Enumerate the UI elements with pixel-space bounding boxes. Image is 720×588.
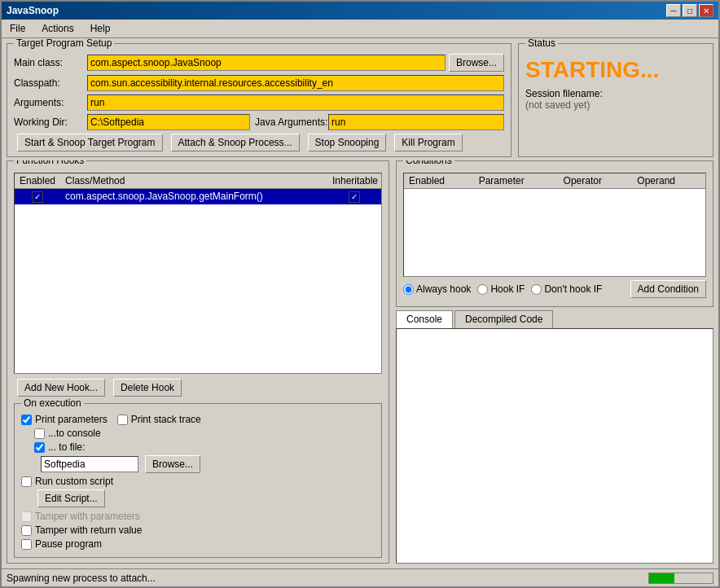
dont-hook-if-radio[interactable] bbox=[531, 284, 542, 295]
run-custom-label: Run custom script bbox=[35, 476, 113, 487]
progress-fill bbox=[649, 573, 674, 583]
window-title: JavaSnoop bbox=[7, 5, 59, 16]
hook-class-method-cell: com.aspect.snoop.JavaSnoop.getMainForm() bbox=[60, 189, 327, 204]
classpath-input[interactable] bbox=[87, 75, 504, 91]
conditions-section: Conditions Enabled Parameter Operator Op… bbox=[396, 160, 713, 307]
arguments-label: Arguments: bbox=[14, 97, 87, 108]
close-button[interactable]: ✕ bbox=[699, 4, 713, 17]
tamper-return-row: Tamper with return value bbox=[21, 524, 375, 536]
main-content: Target Program Setup Main class: Browse.… bbox=[2, 38, 718, 568]
always-hook-radio-row: Always hook bbox=[403, 283, 471, 295]
file-input-row: Browse... bbox=[41, 455, 375, 473]
hook-enabled-cell: ✓ bbox=[15, 189, 60, 204]
dont-hook-if-label: Don't hook IF bbox=[544, 283, 602, 295]
cond-col-parameter: Parameter bbox=[474, 173, 559, 189]
main-class-browse-button[interactable]: Browse... bbox=[449, 54, 504, 72]
status-starting-text: STARTING... bbox=[525, 57, 706, 83]
to-file-row: ... to file: bbox=[34, 441, 375, 453]
java-args-input[interactable] bbox=[328, 114, 504, 130]
progress-area bbox=[648, 573, 713, 584]
function-hooks-title: Function Hooks bbox=[14, 160, 86, 166]
console-tabs: Console Decompiled Code bbox=[396, 310, 713, 328]
tamper-params-label: Tamper with parameters bbox=[35, 511, 140, 522]
tab-console[interactable]: Console bbox=[396, 310, 453, 328]
on-execution-section: On execution Print parameters Print stac… bbox=[14, 403, 382, 558]
conditions-table: Enabled Parameter Operator Operand bbox=[404, 173, 705, 189]
console-area bbox=[396, 328, 713, 564]
tamper-return-label: Tamper with return value bbox=[35, 524, 142, 536]
hook-if-radio-row: Hook IF bbox=[477, 283, 525, 295]
status-bar: Spawning new process to attach... bbox=[2, 568, 718, 586]
tamper-return-checkbox[interactable] bbox=[21, 525, 32, 536]
cond-col-operand: Operand bbox=[632, 173, 705, 189]
hook-inheritable-checkbox[interactable]: ✓ bbox=[349, 191, 360, 203]
status-section: Status STARTING... Session filename: (no… bbox=[518, 43, 713, 157]
main-window: JavaSnoop ─ □ ✕ File Actions Help Target… bbox=[0, 0, 720, 588]
to-file-label: ... to file: bbox=[48, 441, 85, 453]
kill-program-button[interactable]: Kill Program bbox=[394, 134, 462, 151]
print-stack-label: Print stack trace bbox=[131, 414, 201, 425]
menu-actions[interactable]: Actions bbox=[37, 21, 78, 36]
start-snoop-button[interactable]: Start & Snoop Target Program bbox=[17, 134, 163, 151]
arguments-input[interactable] bbox=[87, 94, 504, 111]
middle-section: Function Hooks Enabled Class/Method Inhe… bbox=[7, 160, 713, 564]
minimize-button[interactable]: ─ bbox=[666, 4, 681, 17]
conditions-table-container: Enabled Parameter Operator Operand bbox=[403, 173, 706, 277]
maximize-button[interactable]: □ bbox=[683, 4, 697, 17]
hook-enabled-checkbox[interactable]: ✓ bbox=[32, 191, 43, 203]
menu-bar: File Actions Help bbox=[2, 20, 718, 38]
hooks-col-inheritable: Inheritable bbox=[327, 173, 381, 189]
delete-hook-button[interactable]: Delete Hook bbox=[113, 379, 182, 397]
print-params-checkbox[interactable] bbox=[21, 415, 32, 425]
stop-snooping-button[interactable]: Stop Snooping bbox=[308, 134, 387, 151]
working-dir-label: Working Dir: bbox=[14, 116, 87, 128]
hooks-col-enabled: Enabled bbox=[15, 173, 60, 189]
always-hook-radio[interactable] bbox=[403, 284, 414, 295]
hooks-table: Enabled Class/Method Inheritable ✓ com.a… bbox=[15, 173, 381, 204]
window-controls: ─ □ ✕ bbox=[666, 4, 713, 17]
action-buttons: Start & Snoop Target Program Attach & Sn… bbox=[14, 134, 504, 151]
working-dir-row: Working Dir: Java Arguments: bbox=[14, 114, 504, 130]
add-new-hook-button[interactable]: Add New Hook... bbox=[17, 379, 105, 397]
to-console-row: ...to console bbox=[34, 428, 375, 439]
menu-file[interactable]: File bbox=[5, 21, 30, 36]
main-class-label: Main class: bbox=[14, 57, 87, 68]
hook-buttons: Add New Hook... Delete Hook bbox=[14, 379, 382, 397]
classpath-row: Classpath: bbox=[14, 75, 504, 91]
run-custom-checkbox[interactable] bbox=[21, 476, 32, 487]
table-row[interactable]: ✓ com.aspect.snoop.JavaSnoop.getMainForm… bbox=[15, 189, 381, 204]
tab-decompiled[interactable]: Decompiled Code bbox=[454, 310, 553, 328]
menu-help[interactable]: Help bbox=[86, 21, 116, 36]
file-path-input[interactable] bbox=[41, 456, 138, 472]
hooks-col-class: Class/Method bbox=[60, 173, 327, 189]
session-filename-label: Session filename: bbox=[525, 88, 706, 99]
not-saved-text: (not saved yet) bbox=[525, 99, 706, 111]
tamper-params-checkbox[interactable] bbox=[21, 511, 32, 522]
attach-snoop-button[interactable]: Attach & Snoop Process... bbox=[171, 134, 300, 151]
edit-script-button[interactable]: Edit Script... bbox=[37, 489, 105, 507]
file-browse-button[interactable]: Browse... bbox=[145, 455, 200, 473]
status-title: Status bbox=[525, 38, 558, 49]
pause-program-label: Pause program bbox=[35, 538, 102, 550]
conditions-title: Conditions bbox=[403, 160, 454, 166]
always-hook-label: Always hook bbox=[416, 283, 471, 295]
title-bar: JavaSnoop ─ □ ✕ bbox=[2, 2, 718, 20]
working-dir-input[interactable] bbox=[87, 114, 250, 130]
dont-hook-if-radio-row: Don't hook IF bbox=[531, 283, 602, 295]
pause-program-checkbox[interactable] bbox=[21, 539, 32, 550]
main-class-input[interactable] bbox=[87, 55, 446, 71]
add-condition-button[interactable]: Add Condition bbox=[630, 280, 706, 298]
pause-program-row: Pause program bbox=[21, 538, 375, 550]
hooks-table-container: Enabled Class/Method Inheritable ✓ com.a… bbox=[14, 173, 382, 374]
hook-condition-radio-group: Always hook Hook IF Don't hook IF Add Co… bbox=[403, 280, 706, 298]
hook-inheritable-cell: ✓ bbox=[327, 189, 381, 204]
hook-if-radio[interactable] bbox=[477, 284, 488, 295]
target-setup-section: Target Program Setup Main class: Browse.… bbox=[7, 43, 511, 157]
arguments-row: Arguments: bbox=[14, 94, 504, 111]
console-section: Console Decompiled Code bbox=[396, 310, 713, 564]
to-console-checkbox[interactable] bbox=[34, 428, 45, 439]
cond-col-operator: Operator bbox=[559, 173, 633, 189]
hook-if-label: Hook IF bbox=[490, 283, 525, 295]
print-stack-checkbox[interactable] bbox=[117, 415, 128, 425]
to-file-checkbox[interactable] bbox=[34, 442, 45, 453]
